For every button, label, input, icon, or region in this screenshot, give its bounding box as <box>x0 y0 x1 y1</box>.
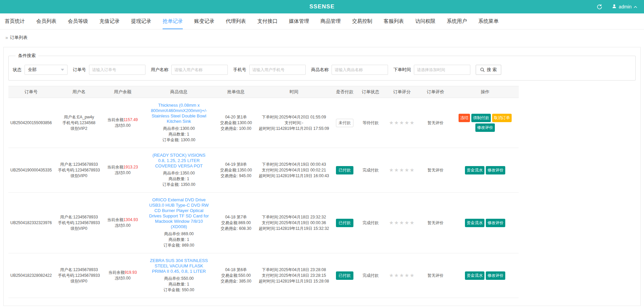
star-rating[interactable]: ★★★★★ <box>389 120 415 125</box>
order-no-input[interactable] <box>89 65 145 75</box>
user-name-input[interactable] <box>171 65 228 75</box>
grab-info-line: 交易佣金: 385.00 <box>218 278 254 284</box>
column-header: 用户余额 <box>104 86 141 98</box>
product-title-link[interactable]: ORICO External DVD Drive USB3.0 HUB Type… <box>148 197 210 229</box>
order-review-line: 暂无评价 <box>421 120 450 126</box>
user-balance: 当前余额1157.49冻结0.00 <box>104 98 141 148</box>
nav-tab-12[interactable]: 交易控制 <box>352 13 372 29</box>
order-number-line: UB2504182328082422 <box>10 273 52 278</box>
nav-tab-5[interactable]: 提现记录 <box>131 13 151 29</box>
product-name-input[interactable] <box>332 65 388 75</box>
fund-flow-button[interactable]: 资金流水 <box>465 166 484 174</box>
balance-amount: 1304.93 <box>123 217 138 222</box>
nav-tab-6[interactable]: 抢单记录 <box>163 13 183 29</box>
paid-cell: 未付款 <box>333 98 357 148</box>
search-button[interactable]: 搜 索 <box>476 65 501 75</box>
order-number: UB2504182328082422 <box>8 253 54 298</box>
user-info-line: 用户名:EA_pw4y <box>55 114 103 120</box>
star-rating[interactable]: ★★★★★ <box>389 272 415 278</box>
time-info-line: 支付时间:2025年04月19日 00:00:36 <box>257 220 331 226</box>
order-review: 暂无评价 <box>420 193 452 253</box>
search-panel: 条件搜索 状态 全部 订单号用户名称手机号商品名称下单时间 搜 索 <box>8 53 636 81</box>
nav-tab-16[interactable]: 系统菜单 <box>478 13 499 29</box>
grab-info-line: 交易金额:1300.00 <box>218 120 254 126</box>
time-info-line: 下单时间:2025年04月19日 00:00:43 <box>257 162 331 167</box>
user-menu[interactable]: admin <box>612 4 637 10</box>
order-number: UB2504200155093856 <box>8 98 54 148</box>
grab-info-line: 交易金额:550.00 <box>218 273 254 278</box>
grab-info-line: 交易金额:869.00 <box>218 220 254 226</box>
table-body: UB2504200155093856用户名:EA_pw4y手机号码:123456… <box>8 98 519 298</box>
order-time-label: 下单时间 <box>393 67 411 73</box>
user-balance: 当前余额919.93冻结0.00 <box>104 253 141 298</box>
user-name-label: admin <box>619 4 632 9</box>
balance-line: 当前余额919.93 <box>105 270 140 275</box>
fund-flow-button[interactable]: 资金流水 <box>465 219 484 227</box>
phone-input[interactable] <box>249 65 306 75</box>
grab-info: 04-19 第8单交易金额:1350.00交易佣金: 945.00 <box>217 148 255 193</box>
nav-tab-3[interactable]: 会员等级 <box>68 13 88 29</box>
actions-cell: 冻结强制付款取消订单修改评价 <box>452 98 519 148</box>
edit-review-button[interactable]: 修改评价 <box>475 123 495 132</box>
grab-info-line: 交易佣金: 608.30 <box>218 226 254 232</box>
nav-tab-7[interactable]: 账变记录 <box>194 13 214 29</box>
product-info: Thickness (0.08mm x 800mmX460mmX200mm)+/… <box>141 98 217 148</box>
force-pay-button[interactable]: 强制付款 <box>471 114 491 122</box>
order-rating: ★★★★★ <box>384 193 420 253</box>
order-status-line: 完成付款 <box>358 167 383 173</box>
paid-status-badge: 未付款 <box>336 119 353 127</box>
status-select-value: 全部 <box>28 67 37 73</box>
order-review: 暂无评价 <box>420 98 452 148</box>
nav-tab-13[interactable]: 客服列表 <box>384 13 404 29</box>
fund-flow-button[interactable]: 资金流水 <box>465 271 484 280</box>
nav-tab-15[interactable]: 系统用户 <box>447 13 467 29</box>
edit-review-button[interactable]: 修改评价 <box>486 219 505 227</box>
cancel-order-button[interactable]: 取消订单 <box>492 114 512 122</box>
column-header: 订单评价 <box>420 86 452 98</box>
order-review: 暂无评价 <box>420 148 452 193</box>
balance-line: 当前余额1913.23 <box>105 164 140 170</box>
order-time-input[interactable] <box>414 65 470 75</box>
nav-tab-9[interactable]: 支付接口 <box>257 13 277 29</box>
product-info: (READY STOCK) VISIONS 0.8, 1.25, 2.25 LI… <box>141 148 217 193</box>
user-info: 用户名:12345678933手机号码:12345678933级别VIP0 <box>54 148 104 193</box>
star-rating[interactable]: ★★★★★ <box>389 167 415 173</box>
product-line: 订单金额: 1300.00 <box>142 137 215 143</box>
freeze-button[interactable]: 冻结 <box>459 114 470 122</box>
time-info-line: 超时时间:1142819年11月19日 15:32:32 <box>257 226 331 232</box>
refresh-icon[interactable] <box>597 4 602 10</box>
time-info-line: 超时时间:1142819年11月19日 16:00:43 <box>257 173 331 179</box>
column-header: 订单状态 <box>357 86 384 98</box>
nav-tab-2[interactable]: 会员列表 <box>36 13 56 29</box>
product-name-field: 商品名称 <box>311 65 388 75</box>
nav-tab-11[interactable]: 商品管理 <box>320 13 341 29</box>
paid-cell: 已付款 <box>333 193 357 253</box>
user-info-line: 用户名:12345678933 <box>55 162 103 167</box>
product-line: 商品数量: 1 <box>142 281 215 287</box>
nav-tab-10[interactable]: 媒体管理 <box>289 13 309 29</box>
edit-review-button[interactable]: 修改评价 <box>486 271 505 280</box>
user-balance: 当前余额1304.93冻结0.00 <box>104 193 141 253</box>
user-name-label: 用户名称 <box>151 67 168 73</box>
user-name-field: 用户名称 <box>151 65 228 75</box>
product-title-link[interactable]: (READY STOCK) VISIONS 0.8, 1.25, 2.25 LI… <box>148 153 210 169</box>
column-header: 订单号 <box>8 86 54 98</box>
order-review-line: 暂无评价 <box>421 220 450 226</box>
star-rating[interactable]: ★★★★★ <box>389 220 415 225</box>
status-label: 状态 <box>13 67 22 73</box>
edit-review-button[interactable]: 修改评价 <box>486 166 505 174</box>
nav-tab-14[interactable]: 访问权限 <box>415 13 435 29</box>
search-icon <box>480 67 485 72</box>
product-title-link[interactable]: ZEBRA SUS 304 STAINLESS STEEL VACUUM FLA… <box>148 258 210 274</box>
nav-tab-8[interactable]: 代理列表 <box>226 13 246 29</box>
product-line: 商品单价:869.00 <box>142 231 215 237</box>
status-select[interactable]: 全部 <box>25 65 68 75</box>
nav-tab-4[interactable]: 充值记录 <box>99 13 120 29</box>
product-title-link[interactable]: Thickness (0.08mm x 800mmX460mmX200mm)+/… <box>148 103 210 124</box>
column-header: 操作 <box>452 86 519 98</box>
time-info: 下单时间:2025年04月18日 23:32:32支付时间:2025年04月19… <box>255 193 333 253</box>
order-review: 暂无评价 <box>420 253 452 298</box>
grab-info-line: 04-18 第7单 <box>218 214 254 220</box>
nav-tab-1[interactable]: 首页统计 <box>5 13 25 29</box>
order-status-line: 等待付款 <box>358 120 383 126</box>
